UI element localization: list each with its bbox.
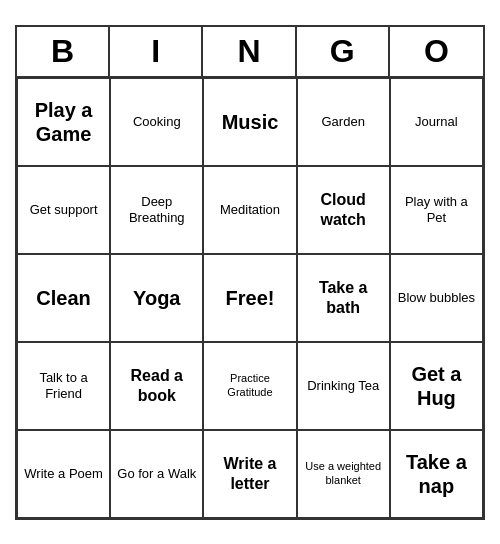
cell-text: Write a Poem [24,466,103,482]
cell-text: Drinking Tea [307,378,379,394]
bingo-cell[interactable]: Blow bubbles [390,254,483,342]
cell-text: Clean [36,286,90,310]
cell-text: Talk to a Friend [22,370,105,401]
bingo-cell[interactable]: Cloud watch [297,166,390,254]
cell-text: Get a Hug [395,362,478,410]
bingo-cell[interactable]: Drinking Tea [297,342,390,430]
bingo-cell[interactable]: Practice Gratitude [203,342,296,430]
bingo-cell[interactable]: Go for a Walk [110,430,203,518]
cell-text: Deep Breathing [115,194,198,225]
cell-text: Cooking [133,114,181,130]
bingo-cell[interactable]: Write a letter [203,430,296,518]
cell-text: Play with a Pet [395,194,478,225]
bingo-cell[interactable]: Read a book [110,342,203,430]
bingo-cell[interactable]: Music [203,78,296,166]
bingo-cell[interactable]: Cooking [110,78,203,166]
cell-text: Free! [226,286,275,310]
header-letter: O [390,27,483,76]
bingo-grid: Play a GameCookingMusicGardenJournalGet … [15,76,485,520]
bingo-cell[interactable]: Get a Hug [390,342,483,430]
header-letter: G [297,27,390,76]
cell-text: Journal [415,114,458,130]
cell-text: Yoga [133,286,180,310]
bingo-header: BINGO [15,25,485,76]
bingo-cell[interactable]: Take a nap [390,430,483,518]
cell-text: Music [222,110,279,134]
header-letter: N [203,27,296,76]
bingo-card: BINGO Play a GameCookingMusicGardenJourn… [15,25,485,520]
cell-text: Take a nap [395,450,478,498]
bingo-cell[interactable]: Meditation [203,166,296,254]
bingo-cell[interactable]: Get support [17,166,110,254]
header-letter: I [110,27,203,76]
bingo-cell[interactable]: Take a bath [297,254,390,342]
cell-text: Cloud watch [302,190,385,228]
bingo-cell[interactable]: Yoga [110,254,203,342]
bingo-cell[interactable]: Clean [17,254,110,342]
bingo-cell[interactable]: Talk to a Friend [17,342,110,430]
cell-text: Play a Game [22,98,105,146]
bingo-cell[interactable]: Garden [297,78,390,166]
cell-text: Use a weighted blanket [302,460,385,486]
bingo-cell[interactable]: Write a Poem [17,430,110,518]
header-letter: B [17,27,110,76]
cell-text: Blow bubbles [398,290,475,306]
bingo-cell[interactable]: Use a weighted blanket [297,430,390,518]
cell-text: Write a letter [208,454,291,492]
cell-text: Practice Gratitude [208,372,291,398]
bingo-cell[interactable]: Journal [390,78,483,166]
bingo-cell[interactable]: Play a Game [17,78,110,166]
cell-text: Get support [30,202,98,218]
cell-text: Meditation [220,202,280,218]
cell-text: Garden [322,114,365,130]
cell-text: Take a bath [302,278,385,316]
bingo-cell[interactable]: Play with a Pet [390,166,483,254]
cell-text: Go for a Walk [117,466,196,482]
bingo-cell[interactable]: Deep Breathing [110,166,203,254]
cell-text: Read a book [115,366,198,404]
bingo-cell[interactable]: Free! [203,254,296,342]
